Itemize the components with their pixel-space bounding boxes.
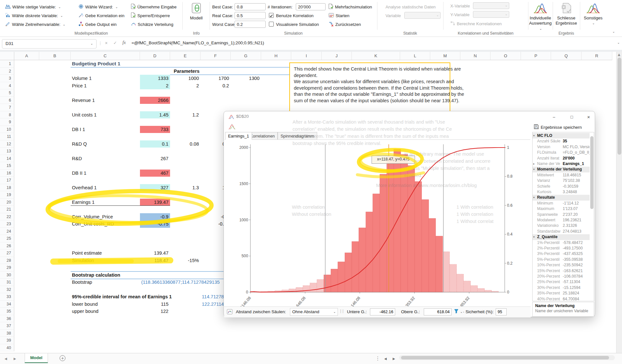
cell-C30[interactable]: Bootstrap calculation bbox=[71, 271, 120, 279]
row-header-40[interactable]: 40 bbox=[0, 344, 14, 352]
row-header-10[interactable]: 10 bbox=[0, 126, 14, 133]
row-header-30[interactable]: 30 bbox=[0, 271, 14, 279]
cell-C34[interactable]: lower bound bbox=[71, 301, 98, 308]
cell-G3[interactable]: 1300 bbox=[231, 75, 261, 82]
splitter-handle[interactable]: ⋮ bbox=[375, 355, 380, 361]
row-header-36[interactable]: 36 bbox=[0, 315, 14, 323]
cell-D27[interactable]: 139.47 bbox=[140, 249, 170, 257]
row-header-7[interactable]: 7 bbox=[0, 104, 14, 111]
expander-icon[interactable]: ▾ bbox=[533, 234, 535, 240]
tab-spinnendiagramm[interactable]: Spinnendiagramm bbox=[278, 132, 317, 140]
cell-D3[interactable]: 1333 bbox=[140, 75, 170, 82]
select-timeseries-variable-button[interactable]: Wähle Zeitreihenvariable:⌄ bbox=[5, 20, 65, 28]
row-header-25[interactable]: 25 bbox=[0, 235, 14, 242]
confidence-input[interactable] bbox=[496, 308, 507, 315]
lock-unlock-button[interactable]: Sperre/Entsperre bbox=[131, 12, 170, 19]
select-continuous-variable-button[interactable]: Wähle stetige Variable:⌄ bbox=[5, 3, 61, 11]
row-header-4[interactable]: 4 bbox=[0, 82, 14, 90]
enter-output-button[interactable]: Gebe Output ein bbox=[78, 20, 117, 28]
column-header-I[interactable]: I bbox=[291, 52, 322, 60]
sheet-tab-model[interactable]: Model bbox=[25, 353, 48, 363]
cell-C8[interactable]: Unit costs 1 bbox=[71, 111, 97, 119]
stats-section-z-quantile[interactable]: ▾Z_Quantile bbox=[533, 234, 590, 240]
row-header-12[interactable]: 12 bbox=[0, 140, 14, 148]
row-header-38[interactable]: 38 bbox=[0, 330, 14, 337]
cell-C1[interactable]: Budgeting Product 1 bbox=[71, 60, 120, 68]
column-header-J[interactable]: J bbox=[322, 52, 352, 60]
real-case-input[interactable] bbox=[235, 12, 266, 19]
row-header-37[interactable]: 37 bbox=[0, 322, 14, 330]
cell-C12[interactable]: R&D Q bbox=[71, 140, 87, 148]
row-header-27[interactable]: 27 bbox=[0, 249, 14, 257]
cell-D14[interactable]: 267 bbox=[140, 155, 170, 162]
cell-C18[interactable]: Overhead 1 bbox=[71, 184, 97, 192]
cell-C28[interactable]: Simulation bbox=[71, 257, 94, 264]
simulation-result-dialog[interactable]: $D$20 – □ × Ergebnisse speichern Earning… bbox=[224, 111, 595, 317]
row-header-22[interactable]: 22 bbox=[0, 213, 14, 221]
cell-C10[interactable]: DB I 1 bbox=[71, 126, 85, 133]
row-header-24[interactable]: 24 bbox=[0, 228, 14, 235]
stats-row-standardabw[interactable]: Standardabw274.04813 bbox=[533, 229, 590, 234]
cell-D31[interactable]: (118.36613360877;114.71278429135 bbox=[140, 279, 224, 286]
expander-icon[interactable]: ▾ bbox=[533, 133, 535, 138]
cell-F3[interactable]: 1700 bbox=[201, 75, 231, 82]
stats-row-mittelwert[interactable]: Mittelwert118.46815 bbox=[533, 172, 590, 178]
cell-D16[interactable]: 467 bbox=[140, 170, 170, 177]
row-header-3[interactable]: 3 bbox=[0, 75, 14, 82]
cell-C35[interactable]: upper bound bbox=[71, 308, 98, 315]
cell-F33[interactable]: 114.71278 bbox=[201, 293, 224, 301]
cell-F4[interactable]: 0.2 bbox=[201, 82, 231, 90]
row-header-8[interactable]: 8 bbox=[0, 111, 14, 119]
vertical-scrollbar-track[interactable]: ▲ bbox=[616, 52, 622, 353]
row-header-6[interactable]: 6 bbox=[0, 97, 14, 104]
stats-row-1-perzentil[interactable]: 1%-Perzentil-578.48472 bbox=[533, 240, 590, 246]
horizontal-scrollbar-track[interactable] bbox=[399, 355, 615, 360]
reset-button[interactable]: Zurücksetzen bbox=[328, 20, 361, 28]
scroll-left-icon[interactable]: ◀ bbox=[384, 357, 387, 360]
cell-C16[interactable]: DB II 1 bbox=[71, 170, 86, 177]
stats-section-mc-flo[interactable]: ▾MC FLO bbox=[533, 133, 590, 138]
cell-D4[interactable]: 2 bbox=[140, 82, 170, 90]
cell-C31[interactable]: Bootstrap bbox=[71, 279, 92, 286]
cell-C14[interactable]: R&D bbox=[71, 155, 82, 162]
stats-row-variationsko[interactable]: Variationsko2.31326 bbox=[533, 223, 590, 228]
row-header-2[interactable]: 2 bbox=[0, 68, 14, 75]
horizontal-scrollbar-thumb[interactable] bbox=[401, 356, 609, 359]
column-header-H[interactable]: H bbox=[261, 52, 291, 60]
stats-row-anzahl-iterat[interactable]: Anzahl Iterat20'000 bbox=[533, 156, 590, 161]
row-header-5[interactable]: 5 bbox=[0, 89, 14, 97]
cell-E3[interactable]: 1000 bbox=[170, 75, 201, 82]
stats-section-resultate[interactable]: ▾Resultate bbox=[533, 195, 590, 200]
row-header-18[interactable]: 18 bbox=[0, 184, 14, 192]
column-header-D[interactable]: D bbox=[140, 52, 170, 60]
next-sheet-icon[interactable]: ▶ bbox=[14, 357, 16, 360]
cell-C33[interactable]: 95%-credible interval for mean of Earnin… bbox=[71, 293, 172, 301]
cell-C23[interactable]: Corr_Unit costs_RD bbox=[71, 220, 114, 228]
row-header-23[interactable]: 23 bbox=[0, 220, 14, 228]
column-header-L[interactable]: L bbox=[400, 52, 430, 60]
stats-row-version[interactable]: VersionMC FLO, Versio bbox=[533, 144, 590, 150]
stats-row-25-perzent[interactable]: 25%-Perzent-57.11304 bbox=[533, 279, 590, 285]
stats-row-30-perzent[interactable]: 30%-Perzent-15.12594 bbox=[533, 285, 590, 291]
row-header-39[interactable]: 39 bbox=[0, 337, 14, 344]
other-button[interactable]: Sonstiges ⌄ bbox=[580, 3, 606, 26]
scroll-up-icon[interactable]: ▲ bbox=[618, 53, 620, 56]
row-header-32[interactable]: 32 bbox=[0, 286, 14, 293]
column-header-K[interactable]: K bbox=[352, 52, 400, 60]
cell-E8[interactable]: 1.2 bbox=[170, 111, 201, 119]
row-header-9[interactable]: 9 bbox=[0, 118, 14, 126]
cell-D8[interactable]: 1.45 bbox=[140, 111, 170, 119]
tab-earnings-1[interactable]: Earnings_1 bbox=[225, 132, 252, 140]
row-header-20[interactable]: 20 bbox=[0, 199, 14, 206]
collapse-ribbon-icon[interactable]: ⌄ bbox=[612, 30, 615, 33]
stats-row-20-perzent[interactable]: 20%-Perzent-106.00784 bbox=[533, 274, 590, 279]
column-header-P[interactable]: P bbox=[521, 52, 551, 60]
use-correlation-checkbox[interactable] bbox=[269, 13, 274, 18]
upper-bound-input[interactable] bbox=[424, 308, 452, 315]
cell-D22[interactable]: -0.9 bbox=[140, 213, 170, 221]
stats-row-35-perzent[interactable]: 35%-Perzent25.18824 bbox=[533, 291, 590, 296]
cell-D6[interactable]: 2666 bbox=[140, 97, 170, 104]
stats-row-modalwert[interactable]: Modalwert196.23621 bbox=[533, 217, 590, 223]
best-case-input[interactable] bbox=[235, 3, 266, 10]
row-header-15[interactable]: 15 bbox=[0, 162, 14, 170]
